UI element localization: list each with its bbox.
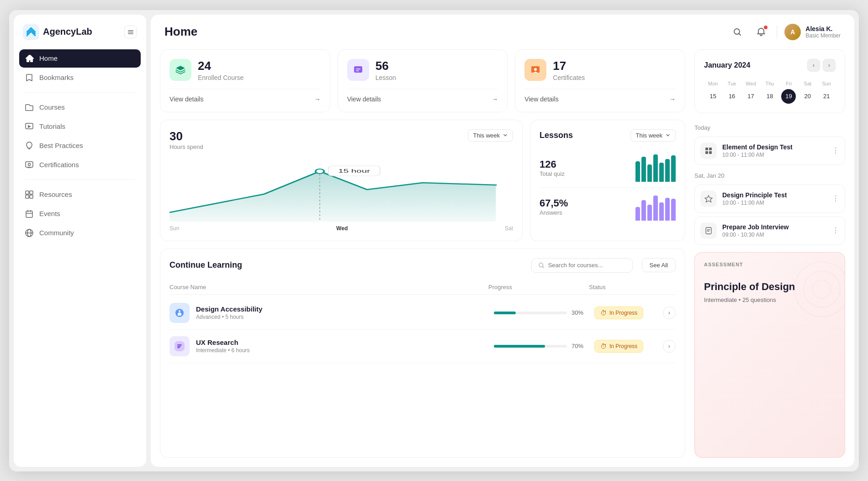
progress-cell-ux: 70% (494, 343, 594, 349)
svg-rect-2 (128, 32, 133, 32)
bookmark-icon (25, 73, 34, 82)
avatar: A (784, 24, 801, 40)
see-all-button[interactable]: See All (642, 258, 676, 272)
user-section: A Alesia K. Basic Member (784, 24, 841, 40)
svg-rect-11 (26, 211, 32, 217)
tutorials-icon (25, 122, 34, 131)
hours-chart-card: 30 Hours spend This week (160, 120, 523, 241)
sidebar-item-events-label: Events (39, 210, 60, 217)
sidebar-item-events[interactable]: Events (19, 205, 141, 223)
event-more-btn-3[interactable]: ⋮ (832, 226, 839, 235)
page-header: Home A Alesia K. Basic Member (151, 15, 854, 49)
col-status: Status (589, 284, 657, 291)
search-button[interactable] (729, 24, 746, 40)
table-row: UX Research Intermediate • 6 hours 70% ⏱ (169, 330, 676, 363)
search-input[interactable] (548, 262, 626, 269)
total-quiz-label: Total quiz (540, 170, 565, 177)
lessons-week-selector[interactable]: This week (630, 129, 676, 142)
enrolled-icon (169, 59, 191, 81)
sidebar-item-bookmarks-label: Bookmarks (39, 74, 74, 81)
answers-number: 67,5% (540, 197, 568, 209)
lessons-icon (347, 59, 369, 81)
sidebar-item-tutorials[interactable]: Tutorials (19, 117, 141, 136)
sidebar-item-tutorials-label: Tutorials (39, 122, 65, 130)
answers-barchart (635, 193, 676, 221)
certificates-label: Certificates (553, 74, 585, 81)
sidebar-item-resources[interactable]: Resources (19, 185, 141, 204)
hours-week-selector[interactable]: This week (468, 129, 513, 142)
svg-rect-30 (706, 227, 711, 234)
sidebar-item-certifications-label: Certifications (39, 161, 79, 169)
enrolled-view-details[interactable]: View details → (169, 95, 321, 103)
learning-header: Continue Learning See All (169, 258, 676, 273)
calendar-prev-btn[interactable]: ‹ (807, 59, 820, 72)
cal-day-16[interactable]: 16 (725, 89, 739, 104)
sidebar-item-courses-label: Courses (39, 103, 65, 111)
sidebar-item-community[interactable]: Community (19, 224, 141, 242)
sidebar-item-home[interactable]: Home (19, 49, 141, 68)
svg-rect-27 (709, 148, 712, 150)
sidebar-divider-2 (25, 180, 135, 180)
content-left: 24 Enrolled Course View details → (160, 49, 685, 458)
sidebar-item-certifications[interactable]: Certifications (19, 156, 141, 174)
course-arrow-accessibility[interactable]: › (663, 307, 676, 319)
certificates-view-details[interactable]: View details → (524, 95, 676, 103)
course-meta-ux: Intermediate • 6 hours (196, 347, 494, 354)
hours-label: Hours spend (169, 143, 203, 150)
answers-row: 67,5% Answers (540, 188, 676, 226)
courses-icon (25, 103, 34, 112)
cal-day-18[interactable]: 18 (762, 89, 777, 104)
charts-row: 30 Hours spend This week (160, 120, 685, 241)
notification-dot (764, 26, 767, 29)
calendar-next-btn[interactable]: › (823, 59, 836, 72)
course-icon-accessibility (169, 303, 190, 323)
course-search-box[interactable] (531, 258, 633, 273)
cal-day-15[interactable]: 15 (706, 89, 720, 104)
logo-area: AgencyLab (14, 24, 146, 49)
in-progress-icon: ⏱ (600, 309, 607, 317)
calendar-nav: ‹ › (807, 59, 836, 72)
event-title-1: Element of Design Test (722, 143, 826, 151)
progress-cell-accessibility: 30% (494, 309, 594, 316)
cal-day-19[interactable]: 19 (781, 89, 796, 104)
certificates-number: 17 (553, 59, 585, 73)
sidebar-item-best-practices[interactable]: Best Practices (19, 137, 141, 155)
events-section: Today Element of Design Test 10:00 - 11:… (694, 121, 845, 245)
svg-rect-29 (709, 151, 712, 154)
cal-day-20[interactable]: 20 (800, 89, 815, 104)
enrolled-course-card: 24 Enrolled Course View details → (160, 49, 330, 112)
event-card-job-interview: Prepare Job Interview 09:00 - 10:30 AM ⋮ (694, 217, 845, 245)
course-arrow-ux[interactable]: › (663, 340, 676, 353)
logo-icon (23, 24, 39, 40)
total-quiz-number: 126 (540, 159, 565, 170)
cal-day-header-fri: Fri (780, 79, 798, 88)
event-more-btn-2[interactable]: ⋮ (832, 194, 839, 203)
calendar-card: January 2024 ‹ › Mon Tue Wed Thu Fri (694, 49, 845, 113)
cal-day-header-tue: Tue (723, 79, 741, 88)
total-quiz-barchart (635, 154, 676, 182)
sidebar-toggle-btn[interactable] (124, 26, 137, 38)
event-time-3: 09:00 - 10:30 AM (722, 232, 826, 238)
event-time-1: 10:00 - 11:00 AM (722, 152, 826, 158)
course-name-accessibility: Design Accessibility (196, 305, 494, 313)
learning-title: Continue Learning (169, 260, 242, 270)
svg-point-24 (179, 310, 180, 312)
svg-rect-15 (354, 66, 362, 73)
cal-day-21[interactable]: 21 (819, 89, 834, 104)
assessment-card: ASSESSMENT Principle of Design Intermedi… (694, 252, 845, 458)
sidebar-item-courses[interactable]: Courses (19, 98, 141, 116)
event-time-2: 10:00 - 11:00 AM (722, 200, 826, 206)
cal-day-17[interactable]: 17 (744, 89, 758, 104)
svg-point-18 (316, 169, 324, 174)
event-more-btn-1[interactable]: ⋮ (832, 146, 839, 155)
course-icon-ux (169, 336, 190, 356)
continue-learning-card: Continue Learning See All Cou (160, 248, 685, 458)
sidebar-item-bookmarks[interactable]: Bookmarks (19, 69, 141, 87)
cal-day-header-sat: Sat (799, 79, 816, 88)
header-actions: A Alesia K. Basic Member (729, 24, 841, 40)
lessons-view-details[interactable]: View details → (347, 95, 498, 103)
lessons-card-title: Lessons (540, 131, 573, 140)
search-icon (538, 262, 545, 269)
col-action (657, 284, 676, 291)
notification-button[interactable] (753, 24, 769, 40)
